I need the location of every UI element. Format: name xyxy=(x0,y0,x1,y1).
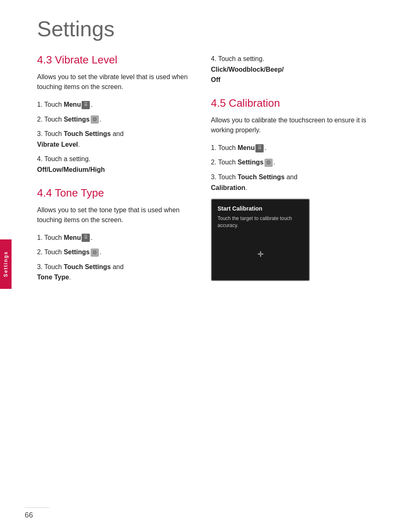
vibrate-step-3-bold1: Touch Settings xyxy=(64,130,111,137)
cal-step-1-bold: Menu xyxy=(238,144,255,151)
vibrate-step-3-bold2: Vibrate Level xyxy=(37,141,78,148)
vibrate-step-1-text: 1. Touch Menu. xyxy=(37,99,93,110)
tone-step-1: 1. Touch Menu. xyxy=(37,232,194,243)
cal-step-1-text: 1. Touch Menu. xyxy=(211,143,267,153)
cal-step-2-bold: Settings xyxy=(238,159,264,166)
tone-step-3-bold2: Tone Type xyxy=(37,274,69,281)
tone-type-desc: Allows you to set the tone type that is … xyxy=(37,205,194,225)
crosshair-icon: ✛ xyxy=(257,250,264,259)
menu-icon-1 xyxy=(82,101,90,109)
tone-step-4: 4. Touch a setting.Click/Woodblock/Beep/… xyxy=(211,54,368,85)
cal-step-3-text: 3. Touch Touch Settings andCalibration. xyxy=(211,172,297,193)
vibrate-step-2-text: 2. Touch Settings. xyxy=(37,114,101,125)
sidebar-tab-label: Settings xyxy=(3,251,9,277)
tone-step-3-bold1: Touch Settings xyxy=(64,263,111,270)
tone-step-2-text: 2. Touch Settings. xyxy=(37,247,101,258)
vibrate-step-3-text: 3. Touch Touch Settings andVibrate Level… xyxy=(37,129,124,150)
tone-step-2: 2. Touch Settings. xyxy=(37,247,194,258)
vibrate-step-2-bold: Settings xyxy=(64,116,90,123)
vibrate-step-3: 3. Touch Touch Settings andVibrate Level… xyxy=(37,129,194,150)
tone-step-1-bold: Menu xyxy=(64,234,81,241)
tone-step-4-bold: Click/Woodblock/Beep/Off xyxy=(211,66,284,84)
cal-step-3: 3. Touch Touch Settings andCalibration. xyxy=(211,172,368,193)
settings-icon-1 xyxy=(91,115,99,124)
vibrate-step-2: 2. Touch Settings. xyxy=(37,114,194,125)
vibrate-step-4-bold: Off/Low/Medium/High xyxy=(37,166,105,173)
left-column: 4.3 Vibrate Level Allows you to set the … xyxy=(37,54,194,507)
tone-step-1-text: 1. Touch Menu. xyxy=(37,232,93,243)
settings-icon-3 xyxy=(264,159,273,167)
cal-step-3-bold2: Calibration xyxy=(211,184,246,191)
page: Settings Settings 4.3 Vibrate Level Allo… xyxy=(0,0,393,532)
sidebar-tab: Settings xyxy=(0,239,12,289)
vibrate-step-1-bold: Menu xyxy=(64,101,81,108)
tone-step-2-bold: Settings xyxy=(64,248,90,255)
menu-icon-3 xyxy=(255,144,264,152)
calibration-desc: Allows you to calibrate the touchscreen … xyxy=(211,115,368,135)
cal-screen-title: Start Calibration xyxy=(218,205,262,212)
vibrate-step-4-text: 4. Touch a setting.Off/Low/Medium/High xyxy=(37,154,105,175)
cal-step-2-text: 2. Touch Settings. xyxy=(211,157,275,168)
cal-step-2: 2. Touch Settings. xyxy=(211,157,368,168)
menu-icon-2 xyxy=(82,234,90,242)
vibrate-step-1: 1. Touch Menu. xyxy=(37,99,194,110)
section-calibration: 4.5 Calibration Allows you to calibrate … xyxy=(211,97,368,281)
vibrate-level-desc: Allows you to set the vibrate level that… xyxy=(37,72,194,92)
vibrate-level-title: 4.3 Vibrate Level xyxy=(37,54,194,66)
calibration-title: 4.5 Calibration xyxy=(211,97,368,110)
cal-step-1: 1. Touch Menu. xyxy=(211,143,368,153)
page-title: Settings xyxy=(37,16,368,41)
vibrate-step-4: 4. Touch a setting.Off/Low/Medium/High xyxy=(37,154,194,175)
right-column: 4. Touch a setting.Click/Woodblock/Beep/… xyxy=(211,54,368,507)
page-number: 66 xyxy=(25,507,49,520)
settings-icon-2 xyxy=(91,248,99,257)
tone-type-title: 4.4 Tone Type xyxy=(37,187,194,199)
section-vibrate-level: 4.3 Vibrate Level Allows you to set the … xyxy=(37,54,194,175)
tone-step-4-text: 4. Touch a setting.Click/Woodblock/Beep/… xyxy=(211,54,284,85)
tone-step-3-text: 3. Touch Touch Settings andTone Type. xyxy=(37,262,124,283)
cal-screen-desc: Touch the target to calibrate touch accu… xyxy=(218,215,303,229)
section-tone-type: 4.4 Tone Type Allows you to set the tone… xyxy=(37,187,194,283)
calibration-screenshot: Start Calibration Touch the target to ca… xyxy=(211,199,310,281)
tone-step-3: 3. Touch Touch Settings andTone Type. xyxy=(37,262,194,283)
content-area: 4.3 Vibrate Level Allows you to set the … xyxy=(37,54,368,507)
cal-step-3-bold1: Touch Settings xyxy=(238,173,285,180)
